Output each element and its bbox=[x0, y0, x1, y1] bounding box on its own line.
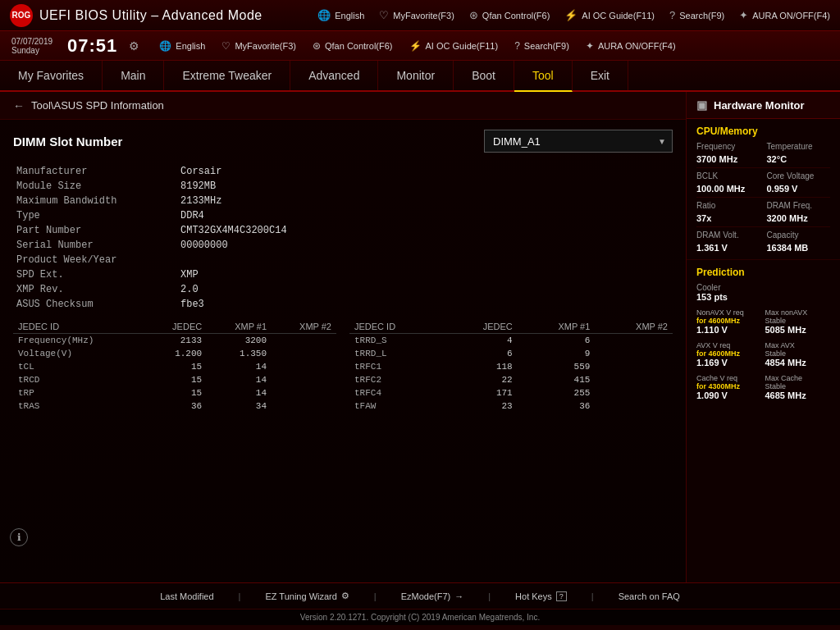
language-selector[interactable]: 🌐 English bbox=[317, 9, 364, 21]
language-tb[interactable]: 🌐 English bbox=[159, 40, 205, 52]
ai-oc-button[interactable]: ⚡ AI OC Guide(F11) bbox=[564, 9, 655, 21]
th-jedec-id-r: JEDEC ID bbox=[349, 320, 444, 334]
timing-row-right: tRFC1118559 bbox=[349, 360, 673, 373]
cooler-pts: 153 pts bbox=[696, 292, 830, 302]
nav-main[interactable]: Main bbox=[103, 61, 164, 90]
ezmode-button[interactable]: EzMode(F7) → bbox=[401, 591, 464, 601]
info-button[interactable]: ℹ bbox=[10, 528, 28, 546]
main-layout: ← Tool\ASUS SPD Information DIMM Slot Nu… bbox=[0, 92, 840, 582]
nav-exit[interactable]: Exit bbox=[573, 61, 628, 90]
app-title: UEFI BIOS Utility – Advanced Mode bbox=[39, 8, 262, 23]
aioc-tb[interactable]: ⚡ AI OC Guide(F11) bbox=[409, 40, 499, 52]
aura-tb[interactable]: ✦ AURA ON/OFF(F4) bbox=[586, 40, 676, 52]
hw-grid-volt: DRAM Volt. Capacity 1.361 V 16384 MB bbox=[696, 231, 830, 253]
nav-advanced[interactable]: Advanced bbox=[290, 61, 378, 90]
hotkeys-button[interactable]: Hot Keys ? bbox=[515, 591, 567, 601]
capacity-value: 16384 MB bbox=[767, 243, 831, 253]
ez-tuning-label: EZ Tuning Wizard bbox=[265, 591, 336, 601]
nav-monitor[interactable]: Monitor bbox=[378, 61, 454, 90]
fan-icon: ⊛ bbox=[469, 9, 478, 21]
divider-1 bbox=[696, 167, 830, 168]
info-label: ASUS Checksum bbox=[13, 297, 177, 312]
search-button[interactable]: ? Search(F9) bbox=[669, 9, 724, 21]
myfavorite-button[interactable]: ♡ MyFavorite(F3) bbox=[379, 9, 454, 21]
frequency-label: Frequency bbox=[696, 142, 760, 151]
timing-table-right: JEDEC ID JEDEC XMP #1 XMP #2 tRRD_S46tRR… bbox=[349, 320, 673, 413]
bclk-label: BCLK bbox=[696, 171, 760, 180]
aura-icon: ✦ bbox=[739, 9, 748, 21]
info-label: Maximum Bandwidth bbox=[13, 194, 177, 208]
nav-my-favorites[interactable]: My Favorites bbox=[0, 61, 103, 90]
qfan-tb[interactable]: ⊛ Qfan Control(F6) bbox=[313, 40, 393, 52]
bclk-value: 100.00 MHz bbox=[696, 184, 760, 194]
info-value bbox=[177, 253, 673, 267]
timing-row-right: tRFC222415 bbox=[349, 373, 673, 386]
navbar: My Favorites Main Extreme Tweaker Advanc… bbox=[0, 61, 840, 92]
back-button[interactable]: ← bbox=[13, 99, 25, 112]
prediction-row: Cache V reqfor 4300MHz1.090 VMax CacheSt… bbox=[696, 374, 830, 400]
dimm-select[interactable]: DIMM_A1 DIMM_A2 DIMM_B1 DIMM_B2 bbox=[484, 130, 673, 153]
th-jedec-id: JEDEC ID bbox=[13, 320, 146, 334]
frequency-value: 3700 MHz bbox=[696, 154, 760, 164]
search-tb[interactable]: ? Search(F9) bbox=[514, 40, 569, 52]
nav-tool[interactable]: Tool bbox=[514, 61, 573, 92]
dram-freq-label: DRAM Freq. bbox=[767, 201, 831, 210]
hardware-monitor-sidebar: ▣ Hardware Monitor CPU/Memory Frequency … bbox=[686, 92, 840, 582]
info-value: DDR4 bbox=[177, 208, 673, 223]
ez-tuning-icon: ⚙ bbox=[341, 591, 349, 601]
last-modified-button[interactable]: Last Modified bbox=[160, 591, 213, 601]
date-value: 07/07/2019 bbox=[11, 37, 52, 46]
ratio-label: Ratio bbox=[696, 201, 760, 210]
hotkeys-icon: ? bbox=[556, 591, 567, 601]
timing-row-right: tFAW2336 bbox=[349, 399, 673, 413]
topbar-tools: 🌐 English ♡ MyFavorite(F3) ⊛ Qfan Contro… bbox=[159, 40, 675, 52]
nav-extreme-tweaker[interactable]: Extreme Tweaker bbox=[164, 61, 290, 90]
fan-tb-icon: ⊛ bbox=[313, 40, 321, 52]
cpu-memory-section: CPU/Memory Frequency Temperature 3700 MH… bbox=[687, 119, 840, 260]
last-modified-label: Last Modified bbox=[160, 591, 213, 601]
prediction-row: AVX V reqfor 4600MHz1.169 VMax AVXStable… bbox=[696, 341, 830, 368]
temperature-value: 32°C bbox=[767, 154, 831, 164]
cooler-label: Cooler bbox=[696, 283, 830, 292]
info-label: Type bbox=[13, 208, 177, 223]
info-value: XMP bbox=[177, 267, 673, 282]
breadcrumb-path: Tool\ASUS SPD Information bbox=[31, 99, 164, 112]
dimm-select-wrapper: DIMM_A1 DIMM_A2 DIMM_B1 DIMM_B2 bbox=[484, 130, 673, 153]
spd-area: DIMM Slot Number DIMM_A1 DIMM_A2 DIMM_B1… bbox=[0, 120, 686, 582]
search-faq-button[interactable]: Search on FAQ bbox=[619, 591, 680, 601]
dram-volt-value: 1.361 V bbox=[696, 243, 760, 253]
hotkeys-label: Hot Keys bbox=[515, 591, 552, 601]
prediction-grid: NonAVX V reqfor 4600MHz1.110 VMax nonAVX… bbox=[696, 308, 830, 404]
date-display: 07/07/2019 Sunday bbox=[11, 37, 52, 55]
info-value: Corsair bbox=[177, 164, 673, 179]
divider-bottom-2: | bbox=[374, 591, 377, 601]
info-label: Serial Number bbox=[13, 238, 177, 253]
timing-row-right: tRFC4171255 bbox=[349, 386, 673, 399]
monitor-icon: ▣ bbox=[696, 98, 707, 112]
info-label: Manufacturer bbox=[13, 164, 177, 179]
cpu-memory-title: CPU/Memory bbox=[696, 126, 830, 137]
settings-icon[interactable]: ⚙ bbox=[129, 39, 139, 52]
pred-right-col: Max CacheStable4685 MHz bbox=[765, 374, 831, 400]
th-jedec-r: JEDEC bbox=[444, 320, 517, 334]
ai-tb-icon: ⚡ bbox=[409, 40, 422, 52]
timing-row-right: tRRD_L69 bbox=[349, 347, 673, 360]
bottombar: Last Modified | EZ Tuning Wizard ⚙ | EzM… bbox=[0, 582, 840, 609]
myfav-tb[interactable]: ♡ MyFavorite(F3) bbox=[221, 40, 296, 52]
qfan-button[interactable]: ⊛ Qfan Control(F6) bbox=[469, 9, 550, 21]
th-xmp1-r: XMP #1 bbox=[518, 320, 596, 334]
version-bar: Version 2.20.1271. Copyright (C) 2019 Am… bbox=[0, 609, 840, 625]
info-label: XMP Rev. bbox=[13, 282, 177, 297]
clock-display: 07:51 bbox=[67, 35, 117, 57]
ez-tuning-button[interactable]: EZ Tuning Wizard ⚙ bbox=[265, 591, 349, 601]
heart-tb-icon: ♡ bbox=[221, 40, 231, 52]
search-icon: ? bbox=[669, 9, 675, 21]
header-bar: ROG UEFI BIOS Utility – Advanced Mode 🌐 … bbox=[0, 0, 840, 31]
pred-right-col: Max nonAVXStable5085 MHz bbox=[765, 308, 831, 335]
spd-header: DIMM Slot Number DIMM_A1 DIMM_A2 DIMM_B1… bbox=[13, 130, 673, 153]
aura-tb-icon: ✦ bbox=[586, 40, 594, 52]
info-value: 00000000 bbox=[177, 238, 673, 253]
aura-button[interactable]: ✦ AURA ON/OFF(F4) bbox=[739, 9, 830, 21]
timing-section: JEDEC ID JEDEC XMP #1 XMP #2 Frequency(M… bbox=[13, 320, 673, 413]
nav-boot[interactable]: Boot bbox=[454, 61, 514, 90]
